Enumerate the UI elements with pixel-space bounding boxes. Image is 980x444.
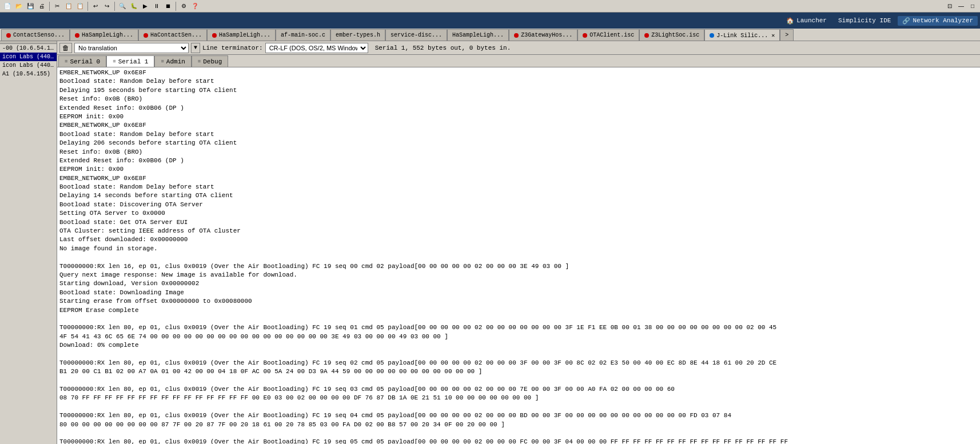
tab-label: Z3GatewayHos...: [521, 32, 572, 38]
toolbar-search[interactable]: 🔍: [117, 1, 128, 11]
serial-status: Serial 1, 552 bytes out, 0 bytes in.: [375, 45, 511, 51]
tab-hasamplelight3[interactable]: HaSampleLigh...: [447, 29, 509, 41]
tab-icon-jlink: [710, 33, 714, 38]
launcher-label: Launcher: [796, 17, 827, 24]
toolbar-stop[interactable]: ⏹: [163, 1, 173, 11]
tab-icon-red: [6, 33, 11, 38]
toolbar-run[interactable]: ▶: [140, 1, 150, 11]
tab-servicedisc[interactable]: service-disc...: [385, 29, 447, 41]
console-toolbar: 🗑 No translation ▼ Line terminator: CR-L…: [57, 41, 980, 55]
sidebar-item-1[interactable]: -00 (10.6.54.119): [0, 44, 57, 53]
tab-hasamplelight1[interactable]: HaSampleLigh...: [70, 29, 138, 41]
sep4: [176, 2, 176, 11]
sidebar: -00 (10.6.54.119) icon Labs (440062 icon…: [0, 41, 57, 444]
toolbar-open[interactable]: 📂: [14, 1, 24, 11]
simplicity-ide-button[interactable]: Simplicity IDE: [834, 16, 895, 25]
main-toolbar: 📄 📂 💾 🖨 ✂ 📋 📋 ↩ ↪ 🔍 🐛 ▶ ⏸ ⏹ ⚙ ❓ ⊡ — □: [0, 0, 980, 13]
toolbar-help[interactable]: ❓: [190, 1, 200, 11]
tab-label: HaSampleLigh...: [82, 32, 133, 38]
tabs-bar: ContactSenso... HaSampleLigh... HaContac…: [0, 29, 980, 41]
console-area: 🗑 No translation ▼ Line terminator: CR-L…: [57, 41, 980, 444]
network-analyzer-button[interactable]: 🔗 Network Analyzer: [898, 16, 978, 26]
tab-icon-red: [144, 33, 148, 38]
toolbar-cut[interactable]: ✂: [52, 1, 62, 11]
serial-icon: ≡: [198, 59, 201, 65]
translation-dropdown-btn[interactable]: ▼: [191, 43, 200, 53]
tab-label: ContactSenso...: [13, 32, 65, 38]
home-icon: 🏠: [786, 17, 794, 25]
sep1: [49, 2, 50, 11]
serial-tab-1[interactable]: ≡ Serial 1: [106, 55, 154, 67]
translation-select[interactable]: No translation: [74, 43, 189, 53]
toolbar-save[interactable]: 💾: [25, 1, 35, 11]
toolbar-min[interactable]: —: [956, 1, 966, 11]
serial-tab-admin[interactable]: ≡ Admin: [154, 55, 191, 67]
app-header: 🏠 Launcher Simplicity IDE 🔗 Network Anal…: [0, 13, 980, 29]
sidebar-item-3[interactable]: icon Labs (440069: [0, 61, 57, 70]
network-icon: 🔗: [902, 17, 910, 25]
serial-icon: ≡: [113, 59, 115, 65]
serial-icon: ≡: [161, 59, 164, 65]
serial-tab-debug[interactable]: ≡ Debug: [192, 55, 228, 67]
serial-tab-label: Serial 0: [70, 58, 100, 65]
tab-embertypes[interactable]: ember-types.h: [330, 29, 385, 41]
tab-label: J-Link Silic... ✕: [716, 32, 775, 39]
line-terminator-select[interactable]: CR-LF (DOS, OS/2, MS Windows): [265, 43, 368, 53]
tab-label: ember-types.h: [336, 32, 380, 38]
sidebar-item-4[interactable]: A1 (10.54.155): [0, 70, 57, 78]
serial-tab-0[interactable]: ≡ Serial 0: [58, 55, 106, 67]
tab-afmainsoc[interactable]: af-main-soc.c: [276, 29, 330, 41]
console-output[interactable]: EMBER_NETWORK_UP 0x6E8F Bootload state: …: [57, 67, 980, 444]
line-terminator-label: Line terminator:: [202, 45, 263, 51]
tab-contactsensor[interactable]: ContactSenso...: [1, 29, 70, 41]
tab-otaclient[interactable]: OTAClient.isc: [577, 29, 639, 41]
sep2: [87, 2, 88, 11]
serial-tab-label: Admin: [166, 58, 185, 65]
serial-tab-label: Serial 1: [118, 58, 149, 65]
toolbar-redo[interactable]: ↪: [102, 1, 112, 11]
main-layout: -00 (10.6.54.119) icon Labs (440062 icon…: [0, 41, 980, 444]
tab-label: Z3LightSoc.isc: [651, 32, 699, 38]
tab-label: HaSampleLigh...: [219, 32, 270, 38]
tab-jlink[interactable]: J-Link Silic... ✕: [704, 29, 780, 41]
serial-tab-label: Debug: [203, 58, 222, 65]
tab-label: OTAClient.isc: [589, 32, 634, 38]
serial-icon: ≡: [65, 59, 67, 65]
toolbar-resize[interactable]: ⊡: [945, 1, 955, 11]
toolbar-new[interactable]: 📄: [2, 1, 13, 11]
tab-hasamplelight2[interactable]: HaSampleLigh...: [207, 29, 276, 41]
simplicity-ide-label: Simplicity IDE: [838, 17, 891, 24]
network-analyzer-label: Network Analyzer: [913, 17, 973, 24]
tab-icon-red: [583, 33, 587, 38]
tab-more-label: >: [785, 32, 788, 38]
toolbar-pause[interactable]: ⏸: [152, 1, 162, 11]
toolbar-undo[interactable]: ↩: [90, 1, 101, 11]
toolbar-settings[interactable]: ⚙: [178, 1, 189, 11]
tab-label: af-main-soc.c: [281, 32, 325, 38]
tab-z3lightsoc[interactable]: Z3LightSoc.isc: [639, 29, 704, 41]
tab-icon-red: [514, 33, 519, 38]
sep3: [114, 2, 115, 11]
tab-more[interactable]: >: [780, 29, 794, 41]
tab-icon-red: [644, 33, 649, 38]
toolbar-copy[interactable]: 📋: [63, 1, 74, 11]
tab-icon-red: [75, 33, 79, 38]
tab-label: HaContactSen...: [150, 32, 202, 38]
sidebar-item-2[interactable]: icon Labs (440062: [0, 53, 57, 61]
toolbar-paste[interactable]: 📋: [75, 1, 85, 11]
tab-icon-red: [212, 33, 217, 38]
toolbar-max[interactable]: □: [967, 1, 978, 11]
toolbar-debug[interactable]: 🐛: [129, 1, 139, 11]
tab-z3gateway[interactable]: Z3GatewayHos...: [509, 29, 577, 41]
console-clear-btn[interactable]: 🗑: [59, 43, 72, 53]
serial-tabs: ≡ Serial 0 ≡ Serial 1 ≡ Admin ≡ Debug: [57, 55, 980, 67]
tab-label: HaSampleLigh...: [452, 32, 504, 38]
tab-label: service-disc...: [391, 32, 442, 38]
launcher-button[interactable]: 🏠 Launcher: [782, 16, 831, 26]
tab-hacontactsen[interactable]: HaContactSen...: [138, 29, 207, 41]
toolbar-print[interactable]: 🖨: [37, 1, 47, 11]
dropdown-arrow: ▼: [194, 45, 197, 51]
